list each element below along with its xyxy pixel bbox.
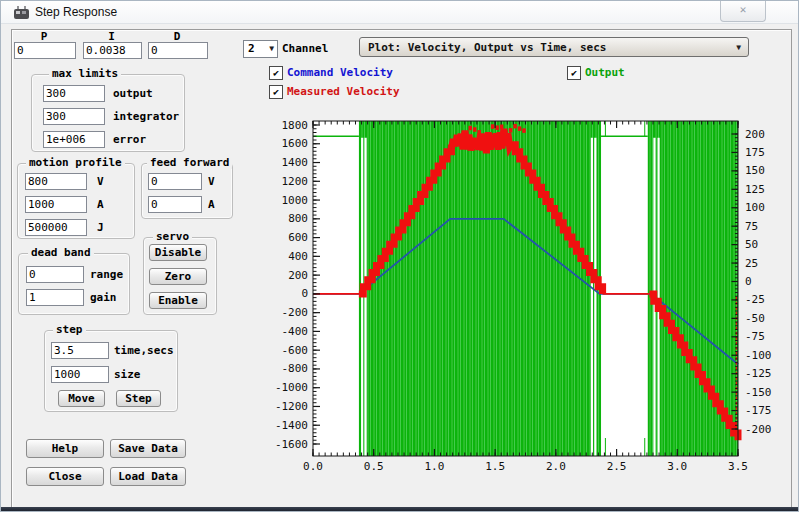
close-window-button[interactable]: Close [26, 467, 104, 486]
max-limits-title: max limits [49, 68, 121, 80]
svg-text:200: 200 [288, 269, 308, 282]
close-button[interactable]: ✕ [720, 0, 766, 22]
check-icon: ✔ [273, 86, 279, 97]
svg-text:100: 100 [745, 201, 765, 214]
svg-text:-200: -200 [745, 423, 772, 436]
svg-text:-600: -600 [282, 344, 309, 357]
zero-button[interactable]: Zero [149, 268, 207, 285]
ff-v-label: V [208, 176, 215, 188]
channel-dropdown-icon: ▼ [269, 44, 274, 53]
d-input[interactable] [148, 42, 208, 59]
svg-text:-400: -400 [282, 325, 309, 338]
move-button[interactable]: Move [58, 390, 105, 407]
step-title: step [53, 324, 86, 336]
channel-value: 2 [248, 42, 255, 55]
svg-text:-75: -75 [745, 330, 765, 343]
motion-j-input[interactable] [25, 219, 87, 236]
plot-type-select[interactable]: Plot: Velocity, Output vs Time, secs ▼ [359, 37, 749, 57]
range-input[interactable] [26, 266, 84, 283]
max-integrator-label: integrator [113, 111, 179, 123]
step-time-input[interactable] [51, 342, 109, 359]
max-output-label: output [113, 88, 153, 100]
dead-band-title: dead band [28, 247, 94, 259]
svg-text:600: 600 [288, 231, 308, 244]
svg-text:400: 400 [288, 250, 308, 263]
svg-text:1600: 1600 [282, 137, 309, 150]
svg-text:2.5: 2.5 [607, 460, 627, 473]
svg-text:0.5: 0.5 [364, 460, 384, 473]
check-icon: ✔ [571, 67, 577, 78]
servo-title: servo [153, 231, 192, 243]
step-size-input[interactable] [51, 366, 109, 383]
motion-a-label: A [97, 199, 104, 211]
svg-text:-100: -100 [745, 349, 772, 362]
svg-text:-125: -125 [745, 367, 772, 380]
max-integrator-input[interactable] [43, 108, 105, 125]
svg-text:-800: -800 [282, 362, 309, 375]
step-response-plot: 0.00.51.01.52.02.53.03.51800160014001200… [259, 111, 799, 483]
svg-text:-50: -50 [745, 312, 765, 325]
ff-v-input[interactable] [148, 173, 202, 190]
channel-label: Channel [282, 43, 328, 55]
svg-text:175: 175 [745, 146, 765, 159]
svg-text:0: 0 [301, 287, 308, 300]
save-data-button[interactable]: Save Data [110, 439, 186, 458]
motion-a-input[interactable] [25, 196, 87, 213]
svg-text:1200: 1200 [282, 175, 309, 188]
svg-text:-200: -200 [282, 306, 309, 319]
step-button[interactable]: Step [116, 390, 161, 407]
svg-text:-1400: -1400 [275, 419, 308, 432]
check-icon: ✔ [273, 67, 279, 78]
plot-type-value: Plot: Velocity, Output vs Time, secs [368, 41, 606, 54]
svg-text:200: 200 [745, 128, 765, 141]
svg-text:1.5: 1.5 [485, 460, 505, 473]
output-label: Output [585, 66, 625, 79]
channel-select[interactable]: 2 ▼ [243, 40, 278, 58]
ff-a-label: A [208, 199, 215, 211]
svg-text:1000: 1000 [282, 194, 309, 207]
svg-text:3.5: 3.5 [728, 460, 748, 473]
svg-text:125: 125 [745, 183, 765, 196]
load-data-button[interactable]: Load Data [110, 467, 186, 486]
max-error-input[interactable] [43, 131, 105, 148]
help-button[interactable]: Help [26, 439, 104, 458]
svg-text:25: 25 [745, 257, 758, 270]
motion-v-label: V [97, 176, 104, 188]
step-time-label: time,secs [114, 345, 174, 357]
disable-button[interactable]: Disable [149, 244, 207, 261]
svg-text:150: 150 [745, 164, 765, 177]
svg-text:75: 75 [745, 220, 758, 233]
motion-v-input[interactable] [25, 173, 87, 190]
app-icon [13, 5, 30, 19]
range-label: range [90, 269, 123, 281]
max-output-input[interactable] [43, 85, 105, 102]
svg-text:0: 0 [745, 275, 752, 288]
feed-forward-title: feed forward [147, 157, 232, 169]
svg-text:50: 50 [745, 238, 758, 251]
svg-text:-1200: -1200 [275, 400, 308, 413]
svg-text:3.0: 3.0 [667, 460, 687, 473]
command-velocity-checkbox[interactable]: ✔ [269, 66, 283, 80]
gain-input[interactable] [26, 289, 84, 306]
svg-text:2.0: 2.0 [546, 460, 566, 473]
enable-button[interactable]: Enable [149, 292, 207, 309]
svg-text:-1000: -1000 [275, 381, 308, 394]
window-bottom-edge [1, 507, 799, 512]
i-input[interactable] [83, 42, 142, 59]
step-response-window: Step Response ✕ P I D 2 ▼ Channel Plot: … [0, 0, 799, 512]
p-input[interactable] [14, 42, 76, 59]
output-checkbox[interactable]: ✔ [567, 66, 581, 80]
svg-text:-25: -25 [745, 293, 765, 306]
svg-text:1400: 1400 [282, 156, 309, 169]
motion-j-label: J [97, 222, 104, 234]
measured-velocity-checkbox[interactable]: ✔ [269, 85, 283, 99]
titlebar: Step Response ✕ [1, 1, 798, 24]
max-error-label: error [113, 134, 146, 146]
measured-velocity-label: Measured Velocity [287, 85, 400, 98]
svg-text:1.0: 1.0 [424, 460, 444, 473]
command-velocity-label: Command Velocity [287, 66, 393, 79]
svg-text:-1600: -1600 [275, 438, 308, 451]
svg-text:800: 800 [288, 212, 308, 225]
ff-a-input[interactable] [148, 196, 202, 213]
gain-label: gain [90, 292, 117, 304]
